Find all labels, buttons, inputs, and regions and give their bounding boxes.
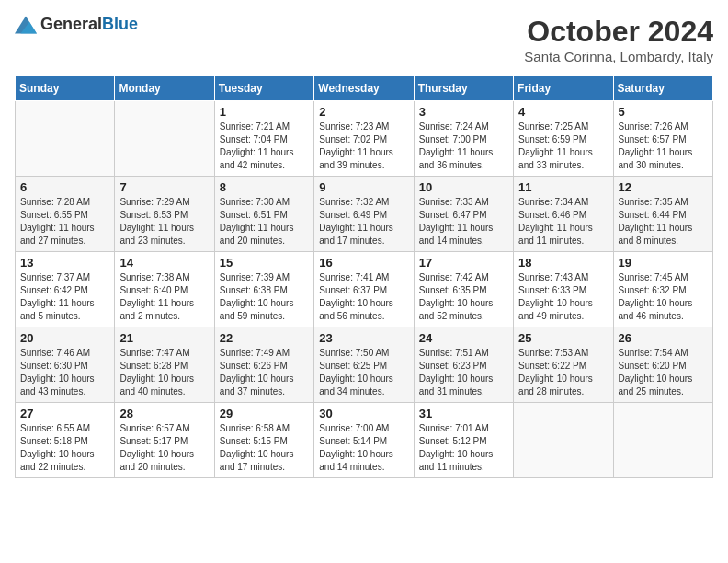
day-info: Sunrise: 7:46 AMSunset: 6:30 PMDaylight:… bbox=[20, 347, 109, 398]
sunset-text: Sunset: 7:02 PM bbox=[319, 134, 387, 144]
daylight-text: Daylight: 11 hours and 33 minutes. bbox=[518, 147, 593, 170]
daylight-text: Daylight: 10 hours and 22 minutes. bbox=[20, 449, 95, 472]
day-info: Sunrise: 7:39 AMSunset: 6:38 PMDaylight:… bbox=[220, 271, 309, 323]
sunrise-text: Sunrise: 7:41 AM bbox=[319, 272, 389, 282]
table-row: 12Sunrise: 7:35 AMSunset: 6:44 PMDayligh… bbox=[613, 177, 712, 252]
table-row: 24Sunrise: 7:51 AMSunset: 6:23 PMDayligh… bbox=[414, 327, 513, 403]
day-info: Sunrise: 7:47 AMSunset: 6:28 PMDaylight:… bbox=[119, 347, 209, 398]
day-info: Sunrise: 6:55 AMSunset: 5:18 PMDaylight:… bbox=[20, 422, 109, 474]
sunset-text: Sunset: 6:32 PM bbox=[619, 285, 687, 295]
day-number: 20 bbox=[20, 331, 109, 345]
day-info: Sunrise: 7:35 AMSunset: 6:44 PMDaylight:… bbox=[619, 196, 708, 247]
table-row: 4Sunrise: 7:25 AMSunset: 6:59 PMDaylight… bbox=[514, 101, 613, 177]
calendar-week-row: 20Sunrise: 7:46 AMSunset: 6:30 PMDayligh… bbox=[16, 327, 713, 403]
day-info: Sunrise: 7:34 AMSunset: 6:46 PMDaylight:… bbox=[518, 196, 608, 247]
day-info: Sunrise: 6:57 AMSunset: 5:17 PMDaylight:… bbox=[119, 422, 209, 474]
table-row: 5Sunrise: 7:26 AMSunset: 6:57 PMDaylight… bbox=[613, 101, 712, 177]
daylight-text: Daylight: 10 hours and 40 minutes. bbox=[119, 373, 194, 396]
day-number: 30 bbox=[319, 407, 408, 420]
daylight-text: Daylight: 10 hours and 34 minutes. bbox=[319, 373, 393, 396]
table-row: 31Sunrise: 7:01 AMSunset: 5:12 PMDayligh… bbox=[414, 403, 513, 478]
day-number: 28 bbox=[119, 407, 209, 420]
logo-icon bbox=[15, 16, 37, 34]
daylight-text: Daylight: 10 hours and 25 minutes. bbox=[619, 373, 693, 396]
daylight-text: Daylight: 11 hours and 23 minutes. bbox=[119, 223, 194, 246]
calendar-week-row: 27Sunrise: 6:55 AMSunset: 5:18 PMDayligh… bbox=[16, 403, 713, 478]
day-number: 14 bbox=[119, 256, 209, 270]
sunset-text: Sunset: 6:47 PM bbox=[419, 210, 487, 220]
col-thursday: Thursday bbox=[414, 76, 513, 101]
day-info: Sunrise: 7:37 AMSunset: 6:42 PMDaylight:… bbox=[20, 271, 109, 323]
day-info: Sunrise: 7:49 AMSunset: 6:26 PMDaylight:… bbox=[220, 347, 309, 398]
daylight-text: Daylight: 10 hours and 37 minutes. bbox=[220, 373, 294, 396]
sunset-text: Sunset: 6:44 PM bbox=[619, 210, 687, 220]
sunrise-text: Sunrise: 7:43 AM bbox=[518, 272, 588, 282]
sunset-text: Sunset: 5:15 PM bbox=[220, 436, 288, 446]
daylight-text: Daylight: 10 hours and 17 minutes. bbox=[220, 449, 294, 472]
daylight-text: Daylight: 10 hours and 28 minutes. bbox=[518, 373, 593, 396]
sunrise-text: Sunrise: 7:50 AM bbox=[319, 348, 389, 358]
sunset-text: Sunset: 6:37 PM bbox=[319, 285, 387, 295]
day-number: 17 bbox=[419, 256, 508, 270]
sunset-text: Sunset: 7:00 PM bbox=[419, 134, 487, 144]
day-number: 13 bbox=[20, 256, 109, 270]
sunset-text: Sunset: 6:33 PM bbox=[518, 285, 586, 295]
sunrise-text: Sunrise: 7:49 AM bbox=[220, 348, 290, 358]
month-title: October 2024 bbox=[524, 15, 713, 49]
sunrise-text: Sunrise: 6:58 AM bbox=[220, 423, 290, 433]
table-row: 11Sunrise: 7:34 AMSunset: 6:46 PMDayligh… bbox=[514, 177, 613, 252]
table-row bbox=[514, 403, 613, 478]
logo-general: General bbox=[40, 15, 102, 33]
calendar-table: Sunday Monday Tuesday Wednesday Thursday… bbox=[15, 75, 713, 478]
daylight-text: Daylight: 10 hours and 43 minutes. bbox=[20, 373, 95, 396]
sunset-text: Sunset: 5:17 PM bbox=[119, 436, 188, 446]
day-info: Sunrise: 7:41 AMSunset: 6:37 PMDaylight:… bbox=[319, 271, 408, 323]
calendar-week-row: 13Sunrise: 7:37 AMSunset: 6:42 PMDayligh… bbox=[16, 252, 713, 327]
sunset-text: Sunset: 6:38 PM bbox=[220, 285, 288, 295]
day-number: 15 bbox=[220, 256, 309, 270]
table-row: 13Sunrise: 7:37 AMSunset: 6:42 PMDayligh… bbox=[16, 252, 115, 327]
sunset-text: Sunset: 6:57 PM bbox=[619, 134, 687, 144]
sunset-text: Sunset: 5:14 PM bbox=[319, 436, 387, 446]
day-number: 1 bbox=[220, 105, 309, 119]
daylight-text: Daylight: 11 hours and 27 minutes. bbox=[20, 223, 95, 246]
sunset-text: Sunset: 6:42 PM bbox=[20, 285, 88, 295]
table-row: 7Sunrise: 7:29 AMSunset: 6:53 PMDaylight… bbox=[115, 177, 214, 252]
day-info: Sunrise: 6:58 AMSunset: 5:15 PMDaylight:… bbox=[220, 422, 309, 474]
daylight-text: Daylight: 11 hours and 36 minutes. bbox=[419, 147, 494, 170]
sunrise-text: Sunrise: 7:34 AM bbox=[518, 197, 588, 207]
day-info: Sunrise: 7:42 AMSunset: 6:35 PMDaylight:… bbox=[419, 271, 508, 323]
daylight-text: Daylight: 10 hours and 11 minutes. bbox=[419, 449, 494, 472]
sunset-text: Sunset: 6:46 PM bbox=[518, 210, 586, 220]
day-number: 12 bbox=[619, 180, 708, 194]
sunset-text: Sunset: 7:04 PM bbox=[220, 134, 288, 144]
sunrise-text: Sunrise: 7:24 AM bbox=[419, 121, 489, 132]
day-info: Sunrise: 7:45 AMSunset: 6:32 PMDaylight:… bbox=[619, 271, 708, 323]
logo-blue: Blue bbox=[102, 15, 138, 33]
sunrise-text: Sunrise: 7:53 AM bbox=[518, 348, 588, 358]
sunset-text: Sunset: 6:26 PM bbox=[220, 361, 288, 371]
sunset-text: Sunset: 6:51 PM bbox=[220, 210, 288, 220]
sunset-text: Sunset: 6:59 PM bbox=[518, 134, 586, 144]
sunset-text: Sunset: 6:22 PM bbox=[518, 361, 586, 371]
day-number: 8 bbox=[220, 180, 309, 194]
day-info: Sunrise: 7:54 AMSunset: 6:20 PMDaylight:… bbox=[619, 347, 708, 398]
table-row: 6Sunrise: 7:28 AMSunset: 6:55 PMDaylight… bbox=[16, 177, 115, 252]
day-number: 11 bbox=[518, 180, 608, 194]
sunset-text: Sunset: 6:35 PM bbox=[419, 285, 487, 295]
sunset-text: Sunset: 6:53 PM bbox=[119, 210, 188, 220]
sunrise-text: Sunrise: 7:39 AM bbox=[220, 272, 290, 282]
day-number: 5 bbox=[619, 105, 708, 119]
sunrise-text: Sunrise: 7:46 AM bbox=[20, 348, 90, 358]
day-info: Sunrise: 7:21 AMSunset: 7:04 PMDaylight:… bbox=[220, 121, 309, 172]
daylight-text: Daylight: 11 hours and 42 minutes. bbox=[220, 147, 294, 170]
table-row: 27Sunrise: 6:55 AMSunset: 5:18 PMDayligh… bbox=[16, 403, 115, 478]
day-info: Sunrise: 7:29 AMSunset: 6:53 PMDaylight:… bbox=[119, 196, 209, 247]
daylight-text: Daylight: 10 hours and 52 minutes. bbox=[419, 298, 494, 321]
sunrise-text: Sunrise: 7:00 AM bbox=[319, 423, 389, 433]
day-number: 2 bbox=[319, 105, 408, 119]
day-info: Sunrise: 7:51 AMSunset: 6:23 PMDaylight:… bbox=[419, 347, 508, 398]
day-info: Sunrise: 7:53 AMSunset: 6:22 PMDaylight:… bbox=[518, 347, 608, 398]
table-row: 26Sunrise: 7:54 AMSunset: 6:20 PMDayligh… bbox=[613, 327, 712, 403]
day-number: 22 bbox=[220, 331, 309, 345]
